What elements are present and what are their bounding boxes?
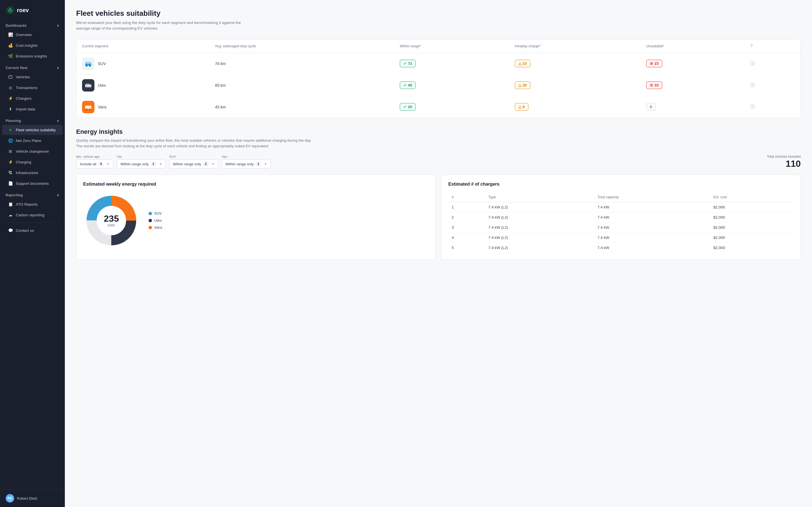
import-icon: ⬇ <box>8 107 13 112</box>
svg-point-3 <box>9 78 10 79</box>
min-vehicle-age-count: 4 <box>98 162 104 166</box>
utes-within-range-badge: ✓40 <box>400 81 416 89</box>
vans-within-range-badge: ✓25 <box>400 103 416 111</box>
sidebar-item-overview[interactable]: 📊 Overview <box>2 30 63 40</box>
sidebar-item-vehicles[interactable]: Vehicles <box>2 72 63 82</box>
emissions-icon: 🌿 <box>8 54 13 59</box>
total-vehicles-count: 110 <box>767 159 801 169</box>
contact-icon: 💬 <box>8 228 13 233</box>
charger-num: 2 <box>448 212 485 222</box>
fleet-table-card: Current segment Avg. estimaged duty cycl… <box>76 40 801 118</box>
svg-point-7 <box>86 65 87 66</box>
sidebar-item-chargers[interactable]: ⚡ Chargers <box>2 93 63 103</box>
charger-type: 7.4 kW (L2) <box>485 202 594 212</box>
svg-point-10 <box>86 87 87 88</box>
sidebar-item-contact-us[interactable]: 💬 Contact us <box>2 225 63 235</box>
charger-capacity: 7.4 kW <box>594 202 710 212</box>
svg-point-0 <box>6 6 14 14</box>
infrastructure-icon: 🏗 <box>8 170 13 175</box>
vans-label: Vans <box>98 105 107 109</box>
ute-filter-count: 1 <box>151 162 156 166</box>
filters-row: Min. vehicle age Include all 4 ▼ Ute Wit… <box>76 155 801 169</box>
col-within-range: Within range* <box>394 40 509 53</box>
chart-legend: SUV Utes Vans <box>149 211 162 230</box>
dashboards-section-header: Dashboards ∨ <box>0 19 65 29</box>
current-fleet-section-header: Current fleet ∨ <box>0 61 65 71</box>
chargers-col-num: # <box>448 192 485 202</box>
charger-num: 4 <box>448 232 485 242</box>
legend-utes-label: Utes <box>154 218 162 223</box>
ute-filter-label: Ute <box>117 155 166 158</box>
weekly-energy-title: Estimated weekly energy required <box>83 182 428 187</box>
suv-filter: SUV Within range only 2 ▼ <box>169 155 218 168</box>
donut-unit: kWh <box>104 223 119 227</box>
sidebar-item-transactions[interactable]: ◎ Transactions <box>2 82 63 93</box>
sidebar-item-carbon-reporting[interactable]: ☁ Carbon reporting <box>2 210 63 220</box>
sidebar-item-charging[interactable]: ⚡ Charging <box>2 157 63 167</box>
legend-vans-label: Vans <box>154 225 162 230</box>
ute-filter-select[interactable]: Within range only 1 ▼ <box>117 159 166 168</box>
suv-info-icon[interactable]: ⓘ <box>750 61 755 66</box>
svg-rect-12 <box>89 84 91 86</box>
col-duty-cycle: Avg. estimaged duty cycle <box>209 40 394 53</box>
min-vehicle-age-filter: Min. vehicle age Include all 4 ▼ <box>76 155 113 168</box>
vans-info-icon[interactable]: ⓘ <box>750 104 755 109</box>
chargers-col-type: Type <box>485 192 594 202</box>
sidebar-item-vehicle-changeover[interactable]: ⊞ Vehicle changeover <box>2 146 63 156</box>
van-filter-select[interactable]: Within range only 1 ▼ <box>221 159 271 168</box>
sidebar-item-net-zero-plans[interactable]: 🌐 Net Zero Plans <box>2 135 63 146</box>
table-row-suv: SUV 76 km ✓72 △23 ⊘23 ⓘ <box>77 53 801 74</box>
utes-info-icon[interactable]: ⓘ <box>750 82 755 87</box>
van-filter: Van Within range only 1 ▼ <box>221 155 271 168</box>
charging-icon: ⚡ <box>8 159 13 165</box>
sidebar-item-import-data[interactable]: ⬇ Import data <box>2 104 63 114</box>
sidebar-item-infrastructure[interactable]: 🏗 Infrastructure <box>2 168 63 178</box>
svg-point-1 <box>10 11 11 12</box>
chargers-row-2: 2 7.4 kW (L2) 7.4 kW $2,000 <box>448 212 794 222</box>
avatar: RD <box>6 494 14 503</box>
legend-utes: Utes <box>149 218 162 223</box>
sidebar-item-cost-insights[interactable]: 💰 Cost insights <box>2 40 63 50</box>
total-vehicles: Total vehicles included 110 <box>767 155 801 169</box>
weekly-energy-card: Estimated weekly energy required <box>76 175 436 260</box>
charger-cost: $2,000 <box>710 222 794 232</box>
chargers-col-cost: Est. cost <box>710 192 794 202</box>
chargers-row-5: 5 7.4 kW (L2) 7.4 kW $2,000 <box>448 242 794 252</box>
planning-section-header: Planning ∨ <box>0 114 65 124</box>
suv-duty-cycle: 76 km <box>209 53 394 74</box>
user-footer[interactable]: RD Robert Dietz <box>0 489 65 507</box>
utes-unsuitable-badge: ⊘33 <box>646 81 662 89</box>
vehicles-icon <box>8 74 13 79</box>
suv-unsuitable-badge: ⊘23 <box>646 60 662 67</box>
ato-icon: 📋 <box>8 202 13 207</box>
table-row-utes: Utes 85 km ✓40 △20 ⊘33 ⓘ <box>77 74 801 96</box>
svg-point-4 <box>11 78 12 79</box>
carbon-icon: ☁ <box>8 212 13 217</box>
chargers-row-1: 1 7.4 kW (L2) 7.4 kW $2,000 <box>448 202 794 212</box>
donut-value: 235 <box>104 214 119 223</box>
sidebar-item-support-documents[interactable]: 📄 Support documents <box>2 178 63 188</box>
van-filter-count: 1 <box>255 162 261 166</box>
col-intraday: Intraday charge* <box>509 40 641 53</box>
donut-chart: 235 kWh <box>83 192 140 249</box>
utes-duty-cycle: 85 km <box>209 74 394 96</box>
logo: roev <box>0 0 65 19</box>
charger-num: 1 <box>448 202 485 212</box>
sidebar-item-fleet-vehicles-suitability[interactable]: ✦ Fleet vehicles suitability <box>2 125 63 135</box>
charger-type: 7.4 kW (L2) <box>485 232 594 242</box>
vans-duty-cycle: 45 km <box>209 96 394 118</box>
sidebar-item-ato-reports[interactable]: 📋 ATO Reports <box>2 199 63 209</box>
utes-intraday-badge: △20 <box>515 81 530 89</box>
suv-filter-select[interactable]: Within range only 2 ▼ <box>169 159 218 168</box>
donut-center: 235 kWh <box>104 214 119 227</box>
svg-point-15 <box>86 108 87 110</box>
charger-capacity: 7.4 kW <box>594 242 710 252</box>
sidebar-item-emissions-insights[interactable]: 🌿 Emissions insights <box>2 51 63 61</box>
svg-point-8 <box>89 65 91 66</box>
reporting-section-header: Reporting ∨ <box>0 189 65 199</box>
min-vehicle-age-select[interactable]: Include all 4 ▼ <box>76 159 113 168</box>
document-icon: 📄 <box>8 181 13 186</box>
vans-icon <box>82 101 94 113</box>
sidebar: roev Dashboards ∨ 📊 Overview 💰 Cost insi… <box>0 0 65 507</box>
svg-point-11 <box>89 87 91 88</box>
